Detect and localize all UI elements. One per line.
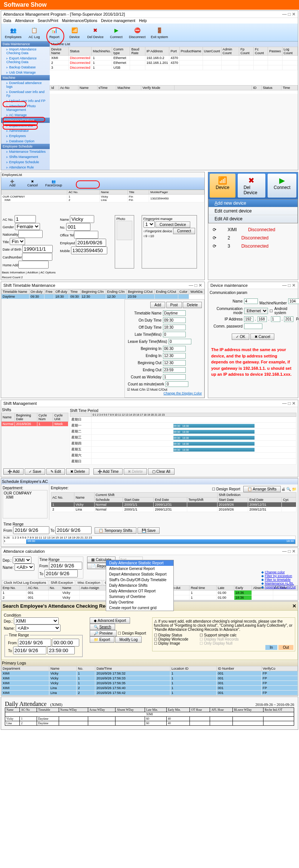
lower-grid: IdAc-NoNamesTimeMachineVerify ModeIDStat…	[50, 85, 298, 90]
employee-form[interactable]: AC No. Gender FemaleNationalityTitle Fin…	[3, 215, 53, 269]
daily-report: Daily Attendance(XIMI) 2016-09-26 ~ 2016…	[1, 697, 298, 730]
schedule-grid[interactable]: AC No.NameCurrent ShiftShift DefinitionS…	[51, 492, 296, 512]
facegroup-btn[interactable]: 👥FaceGroup	[43, 179, 64, 188]
search-grid[interactable]: DepartmentNameNo.Date/TimeLocation IDID …	[1, 666, 298, 695]
shift-add[interactable]: ➕ Add	[3, 468, 24, 475]
machine-list-pane: Machine List Device NameStatusMachineNo.…	[50, 41, 298, 94]
device-row-1[interactable]: ⟳XIMIDisconnected	[208, 226, 298, 234]
daily-grid: NameAC-NoTimetableNorma WDayActua WDayAb…	[5, 707, 294, 726]
annotation-employees	[3, 101, 27, 107]
shift-mgmt-window: Shift Management— □ ✕ Shifts NameBeginni…	[1, 400, 298, 477]
cancel-button[interactable]: ✖ Cancel	[250, 334, 274, 340]
search-window: Search Employee's Attendance Checking Re…	[1, 601, 298, 696]
preview-button[interactable]: 🔎 Preview	[90, 630, 117, 636]
attendance-calc-window: Attendance calculation— □ ✕ Dep.: XIMI N…	[1, 548, 298, 601]
shift-clear[interactable]: ▢ Clear All	[148, 468, 175, 475]
del-device-button[interactable]: ✖Del Device	[238, 174, 266, 198]
employees-button[interactable]: 👥Employees	[3, 25, 24, 40]
tt-add[interactable]: Add	[150, 302, 165, 308]
edit-all-device[interactable]: Edit All device	[209, 215, 298, 223]
device-row-3[interactable]: ⟳3Disconnected	[208, 242, 298, 250]
ribbon: 📶Device ✖Del Device ▶Connect	[208, 172, 298, 199]
annotation-oval	[76, 180, 100, 189]
schedule-ac-window: Schedule Employee's AC Department: OUR C…	[1, 478, 298, 547]
device-button[interactable]: 📶Device	[210, 174, 235, 198]
ok-button[interactable]: ✓ OK	[232, 334, 249, 340]
main-window: Attendance Management Program - [Temp-Su…	[1, 10, 298, 170]
ac-log-button[interactable]: 📋AC Log	[25, 25, 44, 40]
edit-current-device[interactable]: Edit current device	[209, 207, 298, 215]
machine-list-tab[interactable]: Machine List	[50, 41, 298, 47]
timetable-detail[interactable]: Add Post Delete Timetable NameOn Duty Ti…	[124, 299, 204, 398]
add-new-device[interactable]: Add new device	[209, 199, 298, 207]
connect-button[interactable]: ▶Connect	[268, 174, 296, 198]
menu-bar[interactable]: DataAttendanceSearch/PrintMaintenance/Op…	[1, 18, 298, 24]
device-button[interactable]: 📶Device	[65, 25, 84, 40]
employee-list-window: EmployeeList ➕Add ✖Cancel 👥FaceGroup AC …	[1, 172, 205, 280]
adv-export[interactable]: ◆ Advanced Export	[90, 617, 130, 624]
tt-post[interactable]: Post	[166, 302, 182, 308]
device-row-2[interactable]: ⟳2Disconnected	[208, 234, 298, 242]
title-bar: Attendance Management Program - [Temp-Su…	[1, 11, 298, 18]
shift-grid[interactable]: NameBeginning DateCycle NumCycle UnitNor…	[1, 413, 68, 427]
search-button[interactable]: 🔍 Search	[90, 624, 115, 630]
ribbon-zoom: 📶Device ✖Del Device ▶Connect Add new dev…	[208, 172, 298, 280]
main-toolbar: 👥Employees📋AC Log📊Report📶Device✖Del Devi…	[1, 24, 298, 41]
exit-system-button[interactable]: 🚪Exit system	[149, 25, 170, 40]
annotation-circle-device	[46, 27, 64, 45]
shift-delete[interactable]: ✖ Delete	[66, 468, 89, 475]
modify-log[interactable]: Modify Log	[115, 636, 142, 643]
arrange-shifts[interactable]: 📋 Arrange Shifts	[243, 486, 281, 492]
window-buttons[interactable]: — □ ✕	[282, 12, 296, 17]
cancel-btn[interactable]: ✖Cancel	[23, 179, 42, 188]
tt-delete[interactable]: Delete	[183, 302, 202, 308]
timetable-window: Shift Timetable Maintenance— □ ✕ Timetab…	[1, 282, 205, 398]
shift-edit[interactable]: ✎ Edit	[46, 468, 65, 475]
del-device-button[interactable]: ✖Del Device	[85, 25, 106, 40]
temp-shifts[interactable]: 📋 Temporary Shifts	[95, 527, 136, 534]
disconnect-button[interactable]: ⛔Disconnect	[127, 25, 148, 40]
add-btn[interactable]: ➕Add	[3, 179, 22, 188]
shift-addtime[interactable]: ➕ Add Time	[93, 468, 123, 475]
ip-note: The IP address must the same as your dev…	[208, 344, 298, 381]
connect-button[interactable]: ▶Connect	[107, 25, 126, 40]
export-button[interactable]: 📁 Export	[90, 636, 114, 643]
shift-save[interactable]: ✓ Save	[25, 468, 46, 475]
report-menu[interactable]: Daily Attendance Statistic ReportAttenda…	[106, 560, 174, 611]
timetable-grid[interactable]: Timetable NameOn-dutyFreeOff-dutyTimeBeg…	[1, 289, 204, 299]
device-maint-window: Device maintenance— □ ✕ Communication pa…	[208, 282, 298, 398]
device-context-menu: Add new device Edit current device Edit …	[208, 199, 298, 223]
dept-tree[interactable]: OUR COMPANY XIMI	[3, 490, 47, 518]
shift-period-grid[interactable]: 0 1 2 3 4 5 6 7 8 9 10 11 12 13 14 15 16…	[70, 413, 296, 465]
software-show-banner: Software Show	[0, 0, 299, 10]
machine-list-grid[interactable]: Device NameStatusMachineNo.Comm typeBaud…	[50, 47, 298, 70]
annotation-empsched	[3, 124, 38, 130]
sched-save[interactable]: 💾 Save	[138, 527, 160, 534]
fingerprint-panel[interactable]: Fingerprint manage1 Connect Device○Finge…	[142, 215, 197, 269]
